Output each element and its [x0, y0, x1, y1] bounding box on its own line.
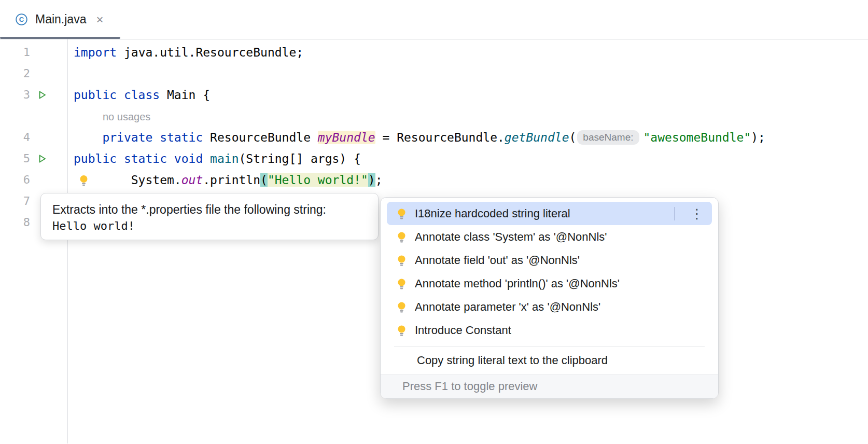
intention-item-label: I18nize hardcoded string literal [415, 207, 667, 220]
code-token: = ResourceBundle. [375, 131, 505, 144]
intention-preview-tooltip: Extracts into the *.properties file the … [40, 193, 379, 240]
tab-title: Main.java [35, 12, 86, 26]
gutter: 4 [0, 131, 67, 144]
code-line-3[interactable]: 3public class Main { [0, 84, 868, 105]
line-number: 5 [0, 152, 30, 165]
run-icon[interactable] [30, 90, 54, 100]
intention-item-label: Annotate class 'System' as '@NonNls' [415, 230, 707, 244]
lightbulb-icon [395, 278, 408, 289]
code-token: System. [74, 173, 181, 187]
code-token: myBundle [318, 131, 375, 144]
code-token: main [210, 152, 239, 165]
intention-item-label: Annotate parameter 'x' as '@NonNls' [415, 300, 707, 314]
lightbulb-icon [395, 324, 408, 336]
gutter: 2 [0, 67, 67, 80]
code-token [203, 152, 210, 165]
class-icon: C [15, 12, 29, 26]
code-token: ; [375, 173, 383, 187]
lightbulb-icon [395, 254, 408, 266]
gutter: 1 [0, 46, 67, 59]
gutter: 3 [0, 88, 67, 101]
line-number: 3 [0, 88, 30, 101]
code-token: ) [368, 173, 375, 187]
code-token: .println [203, 173, 260, 187]
intention-item-label: Introduce Constant [415, 324, 707, 337]
code-text: System.out.println("Hello world!"); [74, 173, 868, 187]
intention-item[interactable]: Annotate field 'out' as '@NonNls' [387, 248, 712, 272]
code-token: out [181, 173, 203, 187]
gutter: 5 [0, 152, 67, 165]
code-token [74, 131, 102, 144]
lightbulb-icon[interactable] [78, 174, 90, 186]
line-number: 4 [0, 131, 30, 144]
tooltip-code: Hello world! [52, 219, 367, 232]
inlay-hint-line[interactable]: no usages [0, 105, 868, 127]
code-token: ResourceBundle [203, 131, 318, 144]
close-icon[interactable]: × [96, 13, 103, 26]
code-token: public static void [74, 152, 203, 165]
kebab-menu-icon[interactable]: ⋮ [687, 207, 707, 220]
code-token: ( [569, 131, 576, 144]
code-text: import java.util.ResourceBundle; [74, 46, 868, 59]
code-line-4[interactable]: 4 private static ResourceBundle myBundle… [0, 127, 868, 148]
copy-string-literal-item[interactable]: Copy string literal text to the clipboar… [381, 347, 718, 374]
intention-list: I18nize hardcoded string literal⋮Annotat… [381, 198, 718, 343]
parameter-name-hint: baseName: [577, 130, 639, 145]
code-text: public class Main { [74, 88, 868, 102]
code-token: ); [751, 131, 765, 144]
code-line-5[interactable]: 5public static void main(String[] args) … [0, 148, 868, 169]
code-token: public class [74, 88, 160, 102]
code-token: import [74, 46, 117, 59]
line-number: 6 [0, 173, 30, 186]
intention-item[interactable]: Annotate class 'System' as '@NonNls' [387, 225, 712, 248]
intention-item[interactable]: Introduce Constant [387, 318, 712, 342]
tooltip-text: Extracts into the *.properties file the … [52, 201, 343, 218]
intention-actions-popup: I18nize hardcoded string literal⋮Annotat… [380, 197, 719, 399]
lightbulb-icon [395, 301, 408, 313]
lightbulb-icon [395, 207, 408, 219]
code-token: "awesomeBundle" [643, 131, 751, 144]
gutter: 6 [0, 173, 67, 186]
code-text: no usages [74, 109, 868, 123]
intention-item-label: Annotate method 'println()' as '@NonNls' [415, 277, 707, 290]
code-token: getBundle [505, 131, 569, 144]
code-line-6[interactable]: 6 System.out.println("Hello world!"); [0, 169, 868, 190]
line-number: 7 [0, 195, 30, 207]
intention-item[interactable]: Annotate method 'println()' as '@NonNls' [387, 272, 712, 295]
intention-item[interactable]: I18nize hardcoded string literal⋮ [387, 202, 712, 225]
tab-main-java[interactable]: C Main.java × [0, 0, 115, 39]
code-text: private static ResourceBundle myBundle =… [74, 130, 868, 145]
line-number: 1 [0, 46, 30, 59]
code-token: (String[] args) { [239, 152, 361, 165]
code-text: public static void main(String[] args) { [74, 152, 868, 165]
code-token: Main { [160, 88, 210, 102]
ide-window: C Main.java × 1import java.util.Resource… [0, 0, 868, 444]
popup-footer-hint: Press F1 to toggle preview [381, 374, 718, 398]
active-tab-indicator [0, 37, 120, 39]
code-token: ( [260, 173, 268, 187]
intention-item-label: Annotate field 'out' as '@NonNls' [415, 254, 707, 267]
svg-text:C: C [19, 16, 24, 23]
code-token: private static [102, 131, 203, 144]
item-divider [674, 207, 675, 220]
line-number: 8 [0, 216, 30, 229]
run-icon[interactable] [30, 154, 54, 164]
editor-tab-bar: C Main.java × [0, 0, 868, 39]
intention-item[interactable]: Annotate parameter 'x' as '@NonNls' [387, 295, 712, 318]
code-token: java.util.ResourceBundle; [117, 46, 303, 59]
lightbulb-icon [395, 231, 408, 243]
code-line-1[interactable]: 1import java.util.ResourceBundle; [0, 41, 868, 63]
code-line-2[interactable]: 2 [0, 63, 868, 84]
line-number: 2 [0, 67, 30, 80]
inlay-hint-no-usages: no usages [74, 111, 150, 122]
code-token: "Hello world!" [268, 173, 368, 187]
